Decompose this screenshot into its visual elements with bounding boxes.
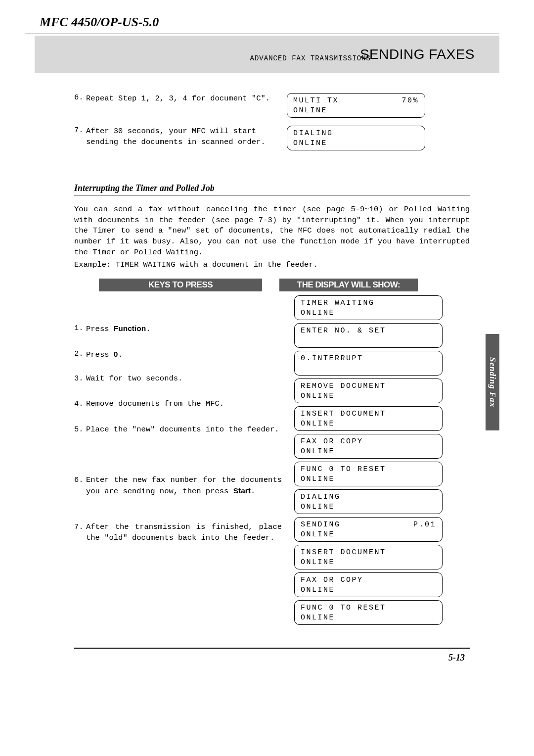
step-text: After the transmission is finished, plac… bbox=[86, 522, 282, 543]
section-subheading: ADVANCED FAX TRANSMISSIONS bbox=[250, 54, 371, 62]
lcd-display: FAX OR COPYONLINE bbox=[294, 434, 443, 459]
column-header-display: THE DISPLAY WILL SHOW: bbox=[279, 279, 418, 291]
lcd-display: SENDINGP.01ONLINE bbox=[294, 517, 443, 542]
lcd-display: INSERT DOCUMENTONLINE bbox=[294, 406, 443, 431]
step-text: Press Function. bbox=[86, 323, 282, 335]
step-text: Enter the new fax number for the documen… bbox=[86, 475, 282, 497]
step-text: Wait for two seconds. bbox=[86, 374, 282, 384]
lcd-display: FUNC 0 TO RESETONLINE bbox=[294, 600, 443, 625]
lcd-display: 0.INTERRUPT bbox=[294, 351, 443, 376]
step-text: Remove documents from the MFC. bbox=[86, 399, 282, 410]
header-rule bbox=[25, 34, 499, 34]
lcd-display: TIMER WAITINGONLINE bbox=[294, 295, 443, 320]
lcd-display: MULTI TX70% ONLINE bbox=[287, 93, 425, 118]
step-number: 3. bbox=[74, 374, 86, 384]
step-number: 7. bbox=[74, 522, 86, 543]
section-title: SENDING FAXES bbox=[360, 47, 475, 62]
step-text: Repeat Step 1, 2, 3, 4 for document "C". bbox=[86, 93, 270, 104]
paragraph: Example: TIMER WAITING with a document i… bbox=[74, 260, 470, 271]
lcd-display: FAX OR COPYONLINE bbox=[294, 572, 443, 597]
step-text: After 30 seconds, your MFC will start se… bbox=[86, 126, 287, 148]
title-band: ADVANCED FAX TRANSMISSIONS SENDING FAXES bbox=[35, 36, 499, 73]
column-header-keys: KEYS TO PRESS bbox=[99, 279, 262, 291]
doc-model: MFC 4450/OP-US-5.0 bbox=[25, 10, 509, 34]
lcd-display: DIALING ONLINE bbox=[287, 126, 425, 150]
lcd-display: INSERT DOCUMENTONLINE bbox=[294, 545, 443, 569]
page-number: 5-13 bbox=[25, 653, 465, 663]
footer-rule bbox=[74, 648, 470, 649]
step-number: 6. bbox=[74, 93, 86, 104]
subsection-title: Interrupting the Timer and Polled Job bbox=[74, 183, 470, 193]
step-text: Press 0. bbox=[86, 349, 282, 361]
lcd-display: DIALINGONLINE bbox=[294, 489, 443, 514]
subsection-rule bbox=[74, 195, 470, 195]
lcd-display: REMOVE DOCUMENTONLINE bbox=[294, 378, 443, 403]
step-number: 1. bbox=[74, 323, 86, 335]
step-number: 7. bbox=[74, 126, 86, 148]
lcd-display: ENTER NO. & SET bbox=[294, 323, 443, 348]
step-number: 2. bbox=[74, 349, 86, 361]
step-number: 6. bbox=[74, 475, 86, 497]
step-number: 5. bbox=[74, 425, 86, 435]
step-number: 4. bbox=[74, 399, 86, 410]
lcd-display: FUNC 0 TO RESETONLINE bbox=[294, 462, 443, 486]
step-text: Place the "new" documents into the feede… bbox=[86, 425, 282, 435]
side-tab: Sending Fax bbox=[486, 334, 499, 430]
paragraph: You can send a fax without canceling the… bbox=[74, 204, 470, 258]
